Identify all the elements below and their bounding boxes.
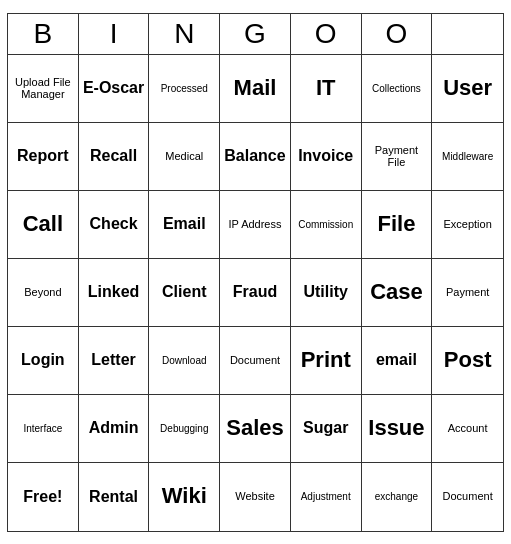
bingo-cell-37: Debugging [149, 395, 220, 463]
header-cell-1: I [79, 14, 150, 54]
bingo-cell-42: Free! [8, 463, 79, 531]
bingo-cell-20: Exception [432, 191, 503, 259]
bingo-cell-17: IP Address [220, 191, 291, 259]
cell-text-3: Mail [234, 76, 277, 100]
cell-text-35: Interface [23, 423, 62, 434]
cell-text-10: Balance [224, 147, 285, 165]
cell-text-6: User [443, 76, 492, 100]
bingo-header: BINGOO [8, 14, 503, 55]
bingo-cell-31: Document [220, 327, 291, 395]
cell-text-38: Sales [226, 416, 284, 440]
cell-text-13: Middleware [442, 151, 493, 162]
bingo-cell-5: Collections [362, 55, 433, 123]
cell-text-4: IT [316, 76, 336, 100]
cell-text-33: email [376, 351, 417, 369]
cell-text-34: Post [444, 348, 492, 372]
cell-text-42: Free! [23, 488, 62, 506]
cell-text-27: Payment [446, 286, 489, 298]
bingo-cell-16: Email [149, 191, 220, 259]
cell-text-14: Call [23, 212, 63, 236]
bingo-cell-43: Rental [79, 463, 150, 531]
cell-text-45: Website [235, 490, 275, 502]
cell-text-28: Login [21, 351, 65, 369]
bingo-cell-24: Fraud [220, 259, 291, 327]
cell-text-48: Document [443, 490, 493, 502]
bingo-cell-33: email [362, 327, 433, 395]
cell-text-5: Collections [372, 83, 421, 94]
cell-text-19: File [377, 212, 415, 236]
cell-text-9: Medical [165, 150, 203, 162]
cell-text-12: Payment File [366, 144, 428, 168]
cell-text-2: Processed [161, 83, 208, 94]
bingo-cell-35: Interface [8, 395, 79, 463]
bingo-cell-27: Payment [432, 259, 503, 327]
bingo-cell-0: Upload File Manager [8, 55, 79, 123]
bingo-cell-47: exchange [362, 463, 433, 531]
bingo-cell-26: Case [362, 259, 433, 327]
header-cell-2: N [149, 14, 220, 54]
cell-text-41: Account [448, 422, 488, 434]
bingo-cell-14: Call [8, 191, 79, 259]
cell-text-37: Debugging [160, 423, 208, 434]
bingo-cell-19: File [362, 191, 433, 259]
cell-text-36: Admin [89, 419, 139, 437]
cell-text-44: Wiki [162, 484, 207, 508]
cell-text-46: Adjustment [301, 491, 351, 502]
bingo-cell-45: Website [220, 463, 291, 531]
bingo-cell-46: Adjustment [291, 463, 362, 531]
bingo-cell-23: Client [149, 259, 220, 327]
bingo-cell-48: Document [432, 463, 503, 531]
bingo-cell-32: Print [291, 327, 362, 395]
bingo-cell-9: Medical [149, 123, 220, 191]
bingo-cell-36: Admin [79, 395, 150, 463]
bingo-cell-2: Processed [149, 55, 220, 123]
bingo-cell-11: Invoice [291, 123, 362, 191]
bingo-cell-40: Issue [362, 395, 433, 463]
cell-text-7: Report [17, 147, 69, 165]
bingo-cell-12: Payment File [362, 123, 433, 191]
header-cell-6 [432, 14, 503, 54]
cell-text-20: Exception [443, 218, 491, 230]
bingo-cell-22: Linked [79, 259, 150, 327]
cell-text-29: Letter [91, 351, 135, 369]
bingo-cell-25: Utility [291, 259, 362, 327]
bingo-cell-18: Commission [291, 191, 362, 259]
bingo-cell-3: Mail [220, 55, 291, 123]
bingo-cell-34: Post [432, 327, 503, 395]
bingo-cell-15: Check [79, 191, 150, 259]
cell-text-18: Commission [298, 219, 353, 230]
cell-text-47: exchange [375, 491, 418, 502]
cell-text-25: Utility [303, 283, 347, 301]
cell-text-21: Beyond [24, 286, 61, 298]
cell-text-40: Issue [368, 416, 424, 440]
cell-text-30: Download [162, 355, 206, 366]
cell-text-26: Case [370, 280, 423, 304]
header-cell-4: O [291, 14, 362, 54]
bingo-cell-1: E-Oscar [79, 55, 150, 123]
cell-text-0: Upload File Manager [12, 76, 74, 100]
bingo-cell-44: Wiki [149, 463, 220, 531]
bingo-cell-21: Beyond [8, 259, 79, 327]
cell-text-22: Linked [88, 283, 140, 301]
bingo-cell-30: Download [149, 327, 220, 395]
bingo-cell-7: Report [8, 123, 79, 191]
cell-text-43: Rental [89, 488, 138, 506]
bingo-board: BINGOO Upload File ManagerE-OscarProcess… [7, 13, 504, 532]
cell-text-15: Check [90, 215, 138, 233]
bingo-cell-39: Sugar [291, 395, 362, 463]
bingo-cell-4: IT [291, 55, 362, 123]
cell-text-32: Print [301, 348, 351, 372]
cell-text-39: Sugar [303, 419, 348, 437]
cell-text-8: Recall [90, 147, 137, 165]
cell-text-1: E-Oscar [83, 79, 144, 97]
header-cell-0: B [8, 14, 79, 54]
bingo-cell-8: Recall [79, 123, 150, 191]
bingo-cell-29: Letter [79, 327, 150, 395]
bingo-cell-38: Sales [220, 395, 291, 463]
cell-text-17: IP Address [228, 218, 281, 230]
cell-text-31: Document [230, 354, 280, 366]
bingo-cell-10: Balance [220, 123, 291, 191]
bingo-cell-41: Account [432, 395, 503, 463]
header-cell-3: G [220, 14, 291, 54]
cell-text-24: Fraud [233, 283, 277, 301]
